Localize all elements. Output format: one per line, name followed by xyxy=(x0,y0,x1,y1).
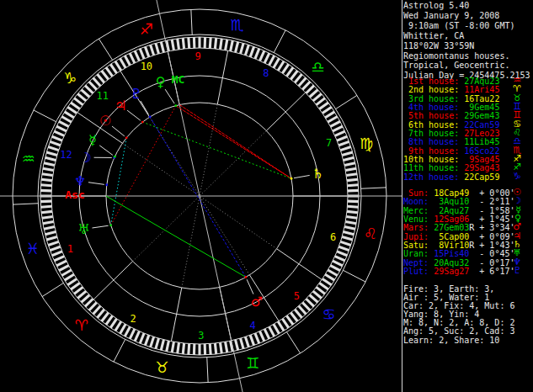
sign-glyph-leo: ♌ xyxy=(364,225,377,242)
planet-row: Plut: 29Sag27 + 6°17'♇ xyxy=(403,268,533,276)
degree-tick xyxy=(328,270,337,276)
angle-label-asc: Asc xyxy=(65,188,84,201)
sign-glyph-virgo: ♍ xyxy=(360,135,373,152)
degree-tick xyxy=(306,299,314,306)
degree-tick xyxy=(52,252,62,256)
sign-boundary xyxy=(114,339,125,362)
degree-tick xyxy=(264,329,269,339)
degree-tick xyxy=(44,163,55,166)
degree-tick xyxy=(77,94,86,101)
house-number-6: 6 xyxy=(330,231,336,243)
degree-tick xyxy=(167,341,169,352)
house-cusp-value: 9Gem45 xyxy=(459,103,499,112)
degree-tick xyxy=(255,49,259,59)
planet-position-value: 3Aqu10 xyxy=(429,197,469,206)
house-number-5: 5 xyxy=(294,290,300,302)
sign-boundary xyxy=(343,270,365,282)
degree-tick xyxy=(345,222,356,224)
house-cusp-value: 11Lib45 xyxy=(459,137,499,146)
house-label: 11th house: xyxy=(403,163,459,172)
house-cusp-value: 27Leo23 xyxy=(459,129,499,138)
degree-tick xyxy=(282,64,288,73)
planet-dot-uranus xyxy=(109,224,112,226)
header-text: Wed January 9, 2008 xyxy=(403,11,499,20)
degree-tick xyxy=(335,131,345,135)
header-line-3: 9:10am (ST -8:00 GMT) xyxy=(403,21,533,31)
degree-tick xyxy=(67,278,77,284)
planet-label: Satu: xyxy=(403,241,429,250)
degree-tick xyxy=(269,326,274,336)
degree-tick xyxy=(98,74,104,82)
house-cusp-value: 27Aqu23 xyxy=(459,77,499,86)
degree-tick xyxy=(102,71,109,79)
degree-tick xyxy=(56,261,67,266)
planet-pointer-saturn xyxy=(294,175,310,177)
header-text: 118°02W 33°59N xyxy=(403,41,474,50)
degree-tick xyxy=(59,121,68,126)
degree-tick xyxy=(231,40,233,51)
planet-delta-value: + 0°00' xyxy=(469,188,514,198)
degree-tick xyxy=(135,331,139,342)
degree-tick xyxy=(337,136,347,140)
header-line-2: Wed January 9, 2008 xyxy=(403,11,533,21)
sign-glyph-taurus: ♉ xyxy=(155,358,168,376)
degree-tick xyxy=(161,340,163,351)
degree-tick xyxy=(347,179,358,180)
planet-delta-value: - 0°17' xyxy=(469,258,514,268)
degree-tick xyxy=(338,246,349,250)
sign-glyph-libra: ♎ xyxy=(311,58,324,76)
house-row: 12th house: 22Cap59♑ xyxy=(403,173,533,182)
sign-boundary xyxy=(286,332,300,353)
degree-tick xyxy=(77,291,86,298)
degree-tick xyxy=(42,216,53,218)
house-label: 8th house: xyxy=(403,137,459,146)
planet-label: Sun: xyxy=(403,188,429,198)
stats-line-7: Learn: 2, Share: 10 xyxy=(403,336,533,345)
degree-tick xyxy=(110,64,116,73)
degree-tick xyxy=(210,344,211,355)
planet-pointer-neptune xyxy=(88,183,104,185)
header-line-4: Whittier, CA xyxy=(403,31,533,41)
degree-tick xyxy=(264,53,269,63)
header-text: Regiomontanus houses. xyxy=(403,51,509,61)
info-panel: Astrolog 5.40Wed January 9, 2008 9:10am … xyxy=(403,0,533,392)
degree-tick xyxy=(102,313,109,321)
degree-tick xyxy=(338,141,349,145)
planet-position-value: 18Cap49 xyxy=(429,188,469,198)
sign-boundary xyxy=(361,188,386,188)
header-line-5: 118°02W 33°59N xyxy=(403,41,533,51)
house-number-12: 12 xyxy=(60,149,72,161)
sign-boundary xyxy=(42,283,63,296)
planet-delta-value: + 0°09' xyxy=(469,232,514,241)
house-number-11: 11 xyxy=(97,90,109,102)
degree-tick xyxy=(151,45,154,55)
planet-pointer-jupiter xyxy=(127,110,141,120)
degree-tick xyxy=(156,43,159,53)
house-cusp-list: 1st house: 27Aqu23♒ 2nd house: 11Ari45♈ … xyxy=(403,77,533,182)
wheel-glyph-mercury: ☿ xyxy=(88,132,97,148)
degree-tick xyxy=(346,174,357,176)
planet-position-value: 29Sag27 xyxy=(429,267,469,276)
planet-position-value: 20Aqu32 xyxy=(429,258,469,268)
house-label: 12th house: xyxy=(403,172,459,182)
degree-tick xyxy=(250,335,253,345)
degree-tick xyxy=(42,174,53,176)
degree-tick xyxy=(43,222,54,224)
degree-tick xyxy=(52,136,62,140)
degree-tick xyxy=(183,38,184,49)
degree-tick xyxy=(269,56,274,65)
degree-tick xyxy=(172,40,173,50)
aspect-line-mc-saturn xyxy=(179,105,291,179)
degree-tick xyxy=(313,94,322,101)
degree-tick xyxy=(220,342,221,353)
header-text: Whittier, CA xyxy=(403,31,464,40)
degree-tick xyxy=(59,266,68,271)
degree-tick xyxy=(74,98,83,105)
house-label: 2nd house: xyxy=(403,85,459,94)
header-text: Tropical, Geocentric. xyxy=(403,61,509,70)
degree-tick xyxy=(46,237,56,241)
house-label: 1st house: xyxy=(403,77,459,86)
degree-tick xyxy=(274,324,280,333)
header-line-7: Tropical, Geocentric. xyxy=(403,61,533,71)
degree-tick xyxy=(120,324,126,333)
